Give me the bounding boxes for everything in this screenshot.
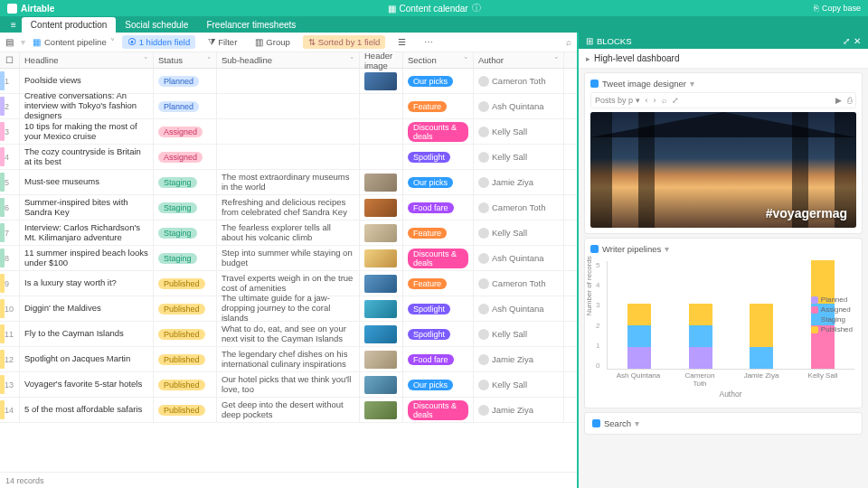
select-all-checkbox[interactable]: ☐ xyxy=(0,52,20,68)
cell-headline[interactable]: Fly to the Cayman Islands xyxy=(20,322,154,346)
cell-section[interactable]: Food fare xyxy=(403,347,474,371)
writer-pipelines-chart[interactable]: 543210 Number of records Ash QuintanaCam… xyxy=(590,258,856,402)
info-icon[interactable]: ⓘ xyxy=(472,2,481,14)
cell-status[interactable]: Staging xyxy=(154,170,217,194)
cell-headline[interactable]: Voyager's favorite 5-star hotels xyxy=(20,372,154,397)
cell-image[interactable] xyxy=(360,398,403,422)
cell-subheadline[interactable]: Refreshing and delicious recipes from ce… xyxy=(217,195,360,220)
next-icon[interactable]: › xyxy=(654,96,656,105)
bar-segment[interactable] xyxy=(750,304,773,347)
cell-headline[interactable]: 11 summer inspired beach looks under $10… xyxy=(20,246,154,270)
cell-headline[interactable]: Is a luxury stay worth it? xyxy=(20,271,154,296)
row-number[interactable]: 14 xyxy=(0,398,20,422)
cell-section[interactable]: Feature xyxy=(403,221,474,245)
cell-image[interactable] xyxy=(360,347,403,371)
cell-author[interactable]: Ash Quintana xyxy=(474,296,564,321)
cell-headline[interactable]: Diggin' the Maldives xyxy=(20,296,154,321)
table-row[interactable]: 11 Fly to the Cayman Islands Published W… xyxy=(0,322,577,347)
legend-item[interactable]: Staging xyxy=(811,315,853,324)
prev-icon[interactable]: ‹ xyxy=(646,96,648,105)
row-number[interactable]: 1 xyxy=(0,69,20,93)
cell-author[interactable]: Kelly Sall xyxy=(474,372,564,397)
cell-subheadline[interactable]: The fearless explorer tells all about hi… xyxy=(217,221,360,245)
menu-icon[interactable]: ≡ xyxy=(5,17,22,33)
brand-logo[interactable]: Airtable xyxy=(7,4,54,14)
cell-section[interactable]: Discounts & deals xyxy=(403,398,474,422)
posts-dropdown[interactable]: Posts by p ▾ xyxy=(595,96,640,105)
cell-image[interactable] xyxy=(360,69,403,93)
cell-section[interactable]: Our picks xyxy=(403,170,474,194)
cell-status[interactable]: Assigned xyxy=(154,145,217,169)
cell-headline[interactable]: Summer-inspired bites with Sandra Key xyxy=(20,195,154,220)
row-number[interactable]: 13 xyxy=(0,372,20,397)
cell-author[interactable]: Ash Quintana xyxy=(474,246,564,270)
blocks-expand-icon[interactable]: ⤢ xyxy=(843,36,850,46)
col-section[interactable]: Section˅ xyxy=(403,52,474,68)
print-icon[interactable]: ⎙ xyxy=(847,96,852,105)
block-title[interactable]: Tweet image designer xyxy=(602,79,686,89)
view-name[interactable]: ▦Content pipeline ˅ xyxy=(33,37,115,47)
cell-image[interactable] xyxy=(360,221,403,245)
table-row[interactable]: 10 Diggin' the Maldives Published The ul… xyxy=(0,296,577,322)
cell-headline[interactable]: The cozy countryside is Britain at its b… xyxy=(20,145,154,169)
cell-author[interactable]: Jamie Ziya xyxy=(474,347,564,371)
cell-status[interactable]: Planned xyxy=(154,94,217,118)
legend-item[interactable]: Assigned xyxy=(811,305,853,314)
block-checkbox-icon[interactable] xyxy=(590,80,599,88)
cell-author[interactable]: Cameron Toth xyxy=(474,271,564,296)
tweet-preview-image[interactable]: #voyagermag xyxy=(590,112,856,228)
cell-subheadline[interactable]: Step into summer while staying on budget xyxy=(217,246,360,270)
cell-image[interactable] xyxy=(360,296,403,321)
row-number[interactable]: 4 xyxy=(0,145,20,169)
col-header-image[interactable]: Header image xyxy=(360,52,403,68)
zoom-icon[interactable]: ⌕ xyxy=(662,96,666,105)
cell-headline[interactable]: Spotlight on Jacques Martin xyxy=(20,347,154,371)
row-number[interactable]: 10 xyxy=(0,296,20,321)
cell-subheadline[interactable]: The legendary chef dishes on his interna… xyxy=(217,347,360,371)
filter-button[interactable]: ⧩Filter xyxy=(203,35,242,50)
cell-status[interactable]: Published xyxy=(154,322,217,346)
cell-section[interactable]: Discounts & deals xyxy=(403,246,474,270)
bar-segment[interactable] xyxy=(627,325,651,347)
col-author[interactable]: Author˅ xyxy=(474,52,564,68)
row-height-button[interactable]: ☰ xyxy=(392,35,411,49)
table-row[interactable]: 13 Voyager's favorite 5-star hotels Publ… xyxy=(0,372,577,398)
cell-subheadline[interactable] xyxy=(217,69,360,93)
cell-subheadline[interactable]: What to do, eat, and see on your next vi… xyxy=(217,322,360,346)
blocks-close-icon[interactable]: ✕ xyxy=(854,36,861,46)
block-title[interactable]: Search xyxy=(604,418,631,428)
cell-headline[interactable]: 10 tips for making the most of your Mexi… xyxy=(20,119,154,144)
cell-status[interactable]: Planned xyxy=(154,69,217,93)
more-button[interactable]: ⋯ xyxy=(419,35,439,49)
table-row[interactable]: 5 Must-see museums Staging The most extr… xyxy=(0,170,577,195)
cell-image[interactable] xyxy=(360,94,403,118)
row-number[interactable]: 5 xyxy=(0,170,20,194)
table-tab[interactable]: Freelancer timesheets xyxy=(197,17,305,33)
cell-section[interactable]: Spotlight xyxy=(403,322,474,346)
bar-segment[interactable] xyxy=(689,325,712,347)
expand-icon[interactable]: ⤢ xyxy=(672,96,679,105)
block-checkbox-icon[interactable] xyxy=(590,245,599,253)
cell-subheadline[interactable]: Travel experts weigh in on the true cost… xyxy=(217,271,360,296)
cell-subheadline[interactable]: The ultimate guide for a jaw-dropping jo… xyxy=(217,296,360,321)
cell-author[interactable]: Ash Quintana xyxy=(474,94,564,118)
cell-status[interactable]: Assigned xyxy=(154,119,217,144)
bar[interactable] xyxy=(740,304,785,369)
search-icon[interactable]: ⌕ xyxy=(566,37,571,47)
cell-image[interactable] xyxy=(360,195,403,220)
table-row[interactable]: 4 The cozy countryside is Britain at its… xyxy=(0,145,577,170)
row-number[interactable]: 2 xyxy=(0,94,20,118)
cell-section[interactable]: Spotlight xyxy=(403,296,474,321)
cell-section[interactable]: Our picks xyxy=(403,69,474,93)
cell-image[interactable] xyxy=(360,271,403,296)
table-tab[interactable]: Social schedule xyxy=(116,17,197,33)
table-row[interactable]: 3 10 tips for making the most of your Me… xyxy=(0,119,577,145)
table-row[interactable]: 14 5 of the most affordable safaris Publ… xyxy=(0,398,577,423)
row-number[interactable]: 3 xyxy=(0,119,20,144)
cell-headline[interactable]: Must-see museums xyxy=(20,170,154,194)
cell-subheadline[interactable]: The most extraordinary museums in the wo… xyxy=(217,170,360,194)
cell-author[interactable]: Kelly Sall xyxy=(474,145,564,169)
col-subheadline[interactable]: Sub-headline˅ xyxy=(217,52,360,68)
cell-status[interactable]: Published xyxy=(154,271,217,296)
block-title[interactable]: Writer pipelines xyxy=(602,244,661,254)
